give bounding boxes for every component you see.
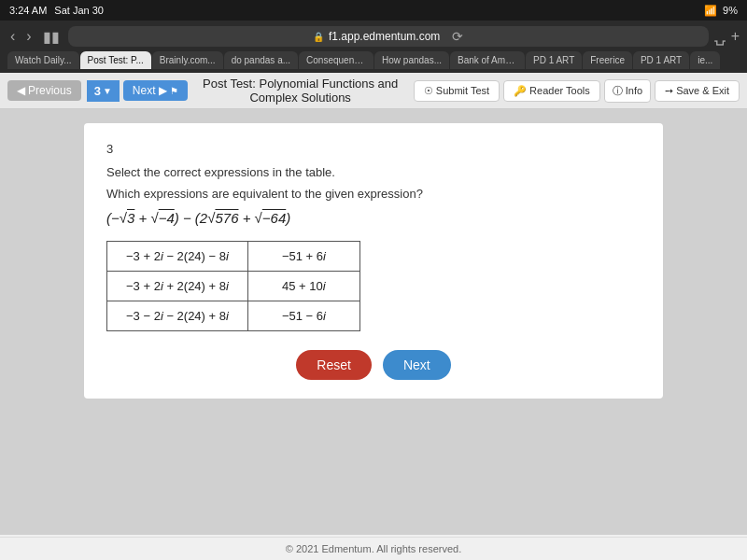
next-nav-button[interactable]: Next ▶ ⚑ [123,80,188,101]
table-row: −3 − 2i − 2(24) + 8i −51 − 6i [107,301,360,331]
new-tab-button[interactable]: + [731,28,740,45]
wifi-icon: 📶 [704,5,717,17]
instruction-text: Select the correct expressions in the ta… [106,165,641,179]
main-content: 3 Select the correct expressions in the … [0,109,747,535]
dropdown-icon: ▼ [103,86,112,96]
browser-chrome: ‹ › ▮▮ 🔒 f1.app.edmentum.com ⟳ ⍽ + Watch… [0,21,747,73]
tab-post-test[interactable]: Post Test: P... [80,51,151,69]
next-arrow-icon: ▶ [159,84,167,97]
date: Sat Jan 30 [54,5,104,16]
table-cell[interactable]: 45 + 10i [247,272,359,301]
table-cell[interactable]: −51 − 6i [247,301,359,331]
tab-pd1art-1[interactable]: PD 1 ART [526,51,582,69]
reset-button[interactable]: Reset [296,350,372,380]
nav-row: ‹ › ▮▮ 🔒 f1.app.edmentum.com ⟳ ⍽ + [7,26,740,47]
copyright-text: © 2021 Edmentum. All rights reserved. [286,543,461,554]
battery: 9% [723,5,738,16]
action-buttons: Reset Next [106,350,641,380]
prompt-text: Which expressions are equivalent to the … [106,187,641,201]
question-number: 3 [106,142,641,156]
reload-button[interactable]: ⟳ [452,29,463,44]
prev-arrow-icon: ◀ [17,84,25,97]
forward-button[interactable]: › [23,28,34,45]
tabs-row: Watch Daily... Post Test: P... Brainly.c… [7,51,740,69]
given-expression: (−√3 + √−4) − (2√576 + √−64) [106,210,641,226]
tab-brainly[interactable]: Brainly.com... [152,51,223,69]
submit-test-button[interactable]: ☉ Submit Test [414,80,500,102]
table-row: −3 + 2i + 2(24) + 8i 45 + 10i [107,272,360,301]
table-cell[interactable]: −3 + 2i − 2(24) − 8i [107,242,248,272]
expressions-table: −3 + 2i − 2(24) − 8i −51 + 6i −3 + 2i + … [106,241,360,331]
reader-tools-button[interactable]: 🔑 Reader Tools [503,80,600,102]
tab-watch-daily[interactable]: Watch Daily... [7,51,79,69]
table-cell[interactable]: −3 − 2i − 2(24) + 8i [107,301,248,331]
save-icon: ➙ [665,85,673,97]
lock-icon: 🔒 [313,32,324,42]
question-card: 3 Select the correct expressions in the … [84,123,663,399]
footer: © 2021 Edmentum. All rights reserved. [0,537,747,560]
back-button[interactable]: ‹ [7,28,18,45]
page-title: Post Test: Polynomial Functions and Comp… [188,77,414,105]
table-cell[interactable]: −3 + 2i + 2(24) + 8i [107,272,248,301]
tab-pandas-a[interactable]: do pandas a... [224,51,298,69]
next-button[interactable]: Next [383,350,451,380]
previous-button[interactable]: ◀ Previous [7,80,81,101]
info-icon: ⓘ [613,85,623,96]
nav-toolbar: ◀ Previous 3 ▼ Next ▶ ⚑ Post Test: Polyn… [0,73,747,109]
status-bar: 3:24 AM Sat Jan 30 📶 9% [0,0,747,21]
url-text: f1.app.edmentum.com [329,30,440,43]
key-icon: 🔑 [514,85,527,97]
tabs-button[interactable]: ▮▮ [40,28,63,46]
address-bar[interactable]: 🔒 f1.app.edmentum.com ⟳ [68,26,709,47]
tab-ie[interactable]: ie... [690,51,720,69]
next-flag-icon: ⚑ [170,86,178,96]
tab-freerice[interactable]: Freerice [583,51,632,69]
tab-bank[interactable]: Bank of Ame... [450,51,525,69]
table-row: −3 + 2i − 2(24) − 8i −51 + 6i [107,242,360,272]
submit-icon: ☉ [424,85,433,97]
tab-consequence[interactable]: Consequenc... [299,51,374,69]
question-number-display: 3 ▼ [87,80,120,102]
save-exit-button[interactable]: ➙ Save & Exit [655,80,740,102]
time: 3:24 AM [9,5,47,16]
info-button[interactable]: ⓘ Info [604,79,651,103]
share-button[interactable]: ⍽ [714,28,726,46]
table-cell[interactable]: −51 + 6i [247,242,359,272]
tab-how-pandas[interactable]: How pandas... [374,51,449,69]
toolbar-right: ☉ Submit Test 🔑 Reader Tools ⓘ Info ➙ Sa… [414,79,740,103]
tab-pd1art-2[interactable]: PD 1 ART [633,51,689,69]
